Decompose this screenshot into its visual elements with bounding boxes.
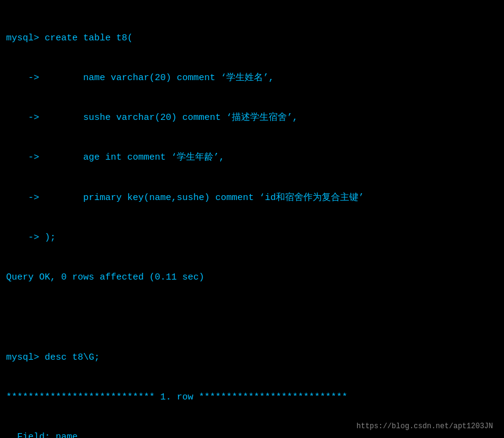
- line-1: mysql> create table t8(: [6, 32, 498, 45]
- line-8: [6, 311, 498, 324]
- terminal-output: mysql> create table t8( -> name varchar(…: [6, 5, 498, 438]
- line-6: -> );: [6, 231, 498, 245]
- line-7: Query OK, 0 rows affected (0.11 sec): [6, 271, 498, 284]
- line-3: -> sushe varchar(20) comment ‘描述学生宿舍’,: [6, 111, 498, 125]
- line-5: -> primary key(name,sushe) comment ‘id和宿…: [6, 191, 498, 205]
- line-10: *************************** 1. row *****…: [6, 391, 498, 404]
- line-4: -> age int comment ‘学生年龄’,: [6, 151, 498, 165]
- line-11: Field: name: [6, 431, 498, 438]
- line-2: -> name varchar(20) comment ‘学生姓名’,: [6, 72, 498, 85]
- watermark: https://blog.csdn.net/apt1203JN: [357, 422, 493, 431]
- line-9: mysql> desc t8\G;: [6, 351, 498, 365]
